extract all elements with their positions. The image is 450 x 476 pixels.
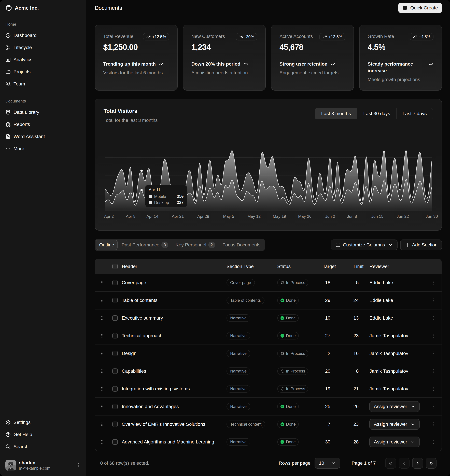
svg-text:Apr 2: Apr 2 [104,214,114,219]
svg-text:May 19: May 19 [273,214,286,219]
svg-text:Apr 8: Apr 8 [126,214,136,219]
svg-text:May 26: May 26 [298,214,312,219]
svg-text:Apr 14: Apr 14 [146,214,158,219]
svg-text:May 12: May 12 [248,214,261,219]
svg-text:Jun 15: Jun 15 [371,214,383,219]
svg-text:May 5: May 5 [223,214,234,219]
svg-text:Apr 21: Apr 21 [172,214,184,219]
svg-text:Jun 8: Jun 8 [347,214,357,219]
svg-text:Jun 22: Jun 22 [397,214,409,219]
svg-text:Jun 30: Jun 30 [426,214,438,219]
svg-text:Apr 28: Apr 28 [197,214,209,219]
svg-text:Jun 2: Jun 2 [325,214,335,219]
